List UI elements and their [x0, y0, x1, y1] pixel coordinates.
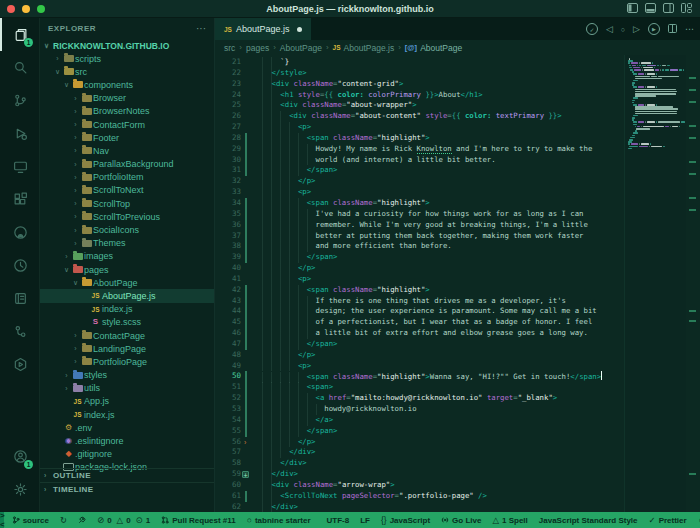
- layout-sidebar-right-icon[interactable]: [663, 3, 674, 13]
- chevron-right-icon[interactable]: ›: [71, 134, 80, 141]
- live-share-icon[interactable]: [0, 249, 40, 282]
- source-control-icon[interactable]: [0, 84, 40, 117]
- tree-item-parallaxbackground[interactable]: ›ParallaxBackground: [40, 158, 214, 171]
- line-number[interactable]: 28: [215, 133, 241, 144]
- tree-item-themes[interactable]: ›Themes: [40, 237, 214, 250]
- add-comment-icon[interactable]: +: [242, 471, 249, 478]
- breadcrumb-item-aboutpage[interactable]: [@]AboutPage: [405, 43, 462, 53]
- chevron-right-icon[interactable]: ›: [71, 213, 80, 220]
- line-number[interactable]: 37: [215, 231, 241, 242]
- status-item-utf-8[interactable]: UTF-8: [327, 516, 350, 525]
- layout-sidebar-left-icon[interactable]: [627, 3, 638, 13]
- layout-customize-icon[interactable]: [681, 3, 692, 13]
- tree-item-aboutpage[interactable]: ∨AboutPage: [40, 276, 214, 289]
- github-icon[interactable]: [0, 216, 40, 249]
- chevron-down-icon[interactable]: ∨: [62, 81, 71, 89]
- line-number[interactable]: 31: [215, 165, 241, 176]
- line-number[interactable]: 21: [215, 57, 241, 68]
- line-number[interactable]: 45: [215, 317, 241, 328]
- chevron-down-icon[interactable]: ∨: [53, 68, 62, 76]
- split-editor-icon[interactable]: [668, 24, 677, 35]
- tree-item--eslintignore[interactable]: ◉.eslintignore: [40, 434, 214, 447]
- chevron-right-icon[interactable]: ›: [71, 358, 80, 365]
- status-item-javascript-standard-style[interactable]: JavaScript Standard Style: [539, 516, 638, 525]
- line-number[interactable]: 62: [215, 502, 241, 512]
- breadcrumb-item-pages[interactable]: pages: [246, 43, 269, 53]
- status-item-1-spell[interactable]: △1 Spell: [492, 515, 527, 525]
- chevron-right-icon[interactable]: ›: [62, 253, 71, 260]
- status-item-javascript[interactable]: {}JavaScript: [381, 515, 430, 525]
- tree-item--env[interactable]: ⚙.env: [40, 421, 214, 434]
- status-item-1[interactable]: ⊙1: [136, 515, 151, 525]
- explorer-more-actions-icon[interactable]: ···: [196, 23, 206, 34]
- line-number[interactable]: 44: [215, 306, 241, 317]
- chevron-right-icon[interactable]: ›: [71, 174, 80, 181]
- fold-marker-icon[interactable]: ›: [244, 438, 246, 447]
- nav-circle-icon[interactable]: ○: [621, 24, 625, 34]
- tree-item-index-js[interactable]: JSindex.js: [40, 408, 214, 421]
- line-number[interactable]: 59: [215, 469, 241, 480]
- status-item-rocket[interactable]: [78, 516, 86, 524]
- tree-item-aboutpage-js[interactable]: JSAboutPage.js: [40, 289, 214, 302]
- status-item-go-live[interactable]: Go Live: [441, 516, 481, 525]
- git-graph-icon[interactable]: [0, 315, 40, 348]
- extensions-icon[interactable]: [0, 183, 40, 216]
- tree-item-nav[interactable]: ›Nav: [40, 144, 214, 157]
- line-number[interactable]: 51: [215, 382, 241, 393]
- tree-item-scripts[interactable]: ›scripts: [40, 52, 214, 65]
- line-number[interactable]: 23: [215, 79, 241, 90]
- breadcrumb-item-src[interactable]: src: [224, 43, 235, 53]
- chevron-right-icon[interactable]: ›: [71, 121, 80, 128]
- tree-item-portfolioitem[interactable]: ›PortfolioItem: [40, 171, 214, 184]
- status-item-prettier[interactable]: ✓Prettier: [649, 515, 687, 525]
- containers-icon[interactable]: [0, 282, 40, 315]
- status-item-sync[interactable]: ↻: [60, 515, 67, 525]
- tree-item--gitignore[interactable]: ◆.gitignore: [40, 448, 214, 461]
- tree-item-portfoliopage[interactable]: ›PortfolioPage: [40, 355, 214, 368]
- chevron-right-icon[interactable]: ›: [62, 385, 71, 392]
- line-number[interactable]: 50: [215, 371, 241, 382]
- tree-item-browser[interactable]: ›Browser: [40, 92, 214, 105]
- line-number[interactable]: 38: [215, 241, 241, 252]
- line-number[interactable]: 56: [215, 437, 241, 448]
- tree-item-footer[interactable]: ›Footer: [40, 131, 214, 144]
- chevron-right-icon[interactable]: ›: [71, 147, 80, 154]
- line-number[interactable]: 32: [215, 176, 241, 187]
- tree-item-components[interactable]: ∨components: [40, 78, 214, 91]
- tree-item-src[interactable]: ∨src: [40, 65, 214, 78]
- chevron-right-icon[interactable]: ›: [71, 345, 80, 352]
- chevron-right-icon[interactable]: ›: [71, 95, 80, 102]
- remote-explorer-icon[interactable]: [0, 150, 40, 183]
- tree-item-scrolltop[interactable]: ›ScrollTop: [40, 197, 214, 210]
- line-number[interactable]: 48: [215, 350, 241, 361]
- line-number[interactable]: 40: [215, 263, 241, 274]
- tab-aboutpage-js[interactable]: JS AboutPage.js: [215, 18, 311, 40]
- nav-forward-icon[interactable]: ▷: [633, 24, 640, 34]
- tree-item-utils[interactable]: ›utils: [40, 382, 214, 395]
- line-number[interactable]: 34: [215, 198, 241, 209]
- line-number[interactable]: 41: [215, 274, 241, 285]
- status-item-lf[interactable]: LF: [360, 516, 370, 525]
- line-number[interactable]: 61: [215, 491, 241, 502]
- chevron-right-icon[interactable]: ›: [71, 108, 80, 115]
- settings-icon[interactable]: [0, 473, 40, 506]
- status-item-source[interactable]: source: [12, 516, 49, 525]
- tree-item-landingpage[interactable]: ›LandingPage: [40, 342, 214, 355]
- line-number[interactable]: 25: [215, 100, 241, 111]
- breadcrumb-item-aboutpage-js[interactable]: JSAboutPage.js: [333, 43, 395, 53]
- line-number[interactable]: 54: [215, 415, 241, 426]
- line-number[interactable]: 42: [215, 285, 241, 296]
- chevron-right-icon[interactable]: ›: [71, 200, 80, 207]
- line-number[interactable]: 33: [215, 187, 241, 198]
- tree-item-contactpage[interactable]: ›ContactPage: [40, 329, 214, 342]
- line-number[interactable]: 47: [215, 339, 241, 350]
- explorer-icon[interactable]: 1: [0, 18, 40, 51]
- section-outline[interactable]: ›OUTLINE: [40, 468, 215, 482]
- search-icon[interactable]: [0, 51, 40, 84]
- accounts-icon[interactable]: 1: [0, 440, 40, 473]
- line-number[interactable]: 24: [215, 90, 241, 101]
- chevron-right-icon[interactable]: ›: [71, 161, 80, 168]
- tree-item-scrolltoprevious[interactable]: ›ScrollToPrevious: [40, 210, 214, 223]
- line-number[interactable]: 43: [215, 296, 241, 307]
- check-circle-icon[interactable]: ✓: [586, 23, 598, 35]
